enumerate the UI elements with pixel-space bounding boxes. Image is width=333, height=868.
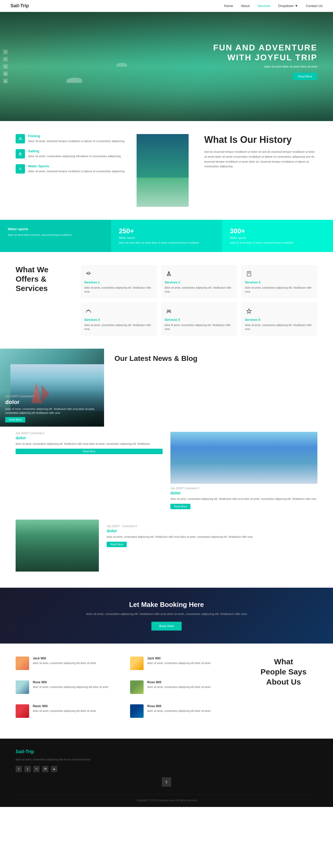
- service-4-desc: dolor sit amet, consectetur adipiscing e…: [84, 323, 153, 331]
- stat-1-label: Water sports: [8, 227, 103, 231]
- booking-desc: dolor sit amet, consectetur adipiscing e…: [16, 612, 317, 617]
- testimonial-5: Ranic Will dolor sit amet, consectetur a…: [16, 704, 125, 718]
- nav-contact[interactable]: Contact Us: [306, 4, 323, 8]
- svg-point-9: [167, 310, 169, 311]
- service-4-name: Services 4: [84, 318, 153, 322]
- history-right: What Is Our History sed do eiusmod tempo…: [196, 134, 317, 169]
- stat-2-desc: dolor sit amet dolor sit amet dolor sit …: [119, 241, 214, 245]
- history-left: Fishing dolor sit amet, eiusmod tempor i…: [16, 134, 129, 179]
- booking-section: Let Make Booking Here dolor sit amet, co…: [0, 588, 333, 644]
- scroll-up-button[interactable]: ⇧: [162, 777, 171, 787]
- avatar-6: [130, 704, 144, 718]
- history-section: Fishing dolor sit amet, eiusmod tempor i…: [0, 121, 333, 220]
- social-instagram[interactable]: ●: [3, 79, 8, 83]
- blog-article-3-cta[interactable]: Read More: [107, 542, 127, 547]
- blog-heading: Our Latest News & Blog: [114, 354, 323, 363]
- stats-section: Water sports dolor sit amet dolor sit am…: [0, 220, 333, 252]
- avatar-2: [130, 656, 144, 670]
- nav-home[interactable]: Home: [224, 4, 233, 8]
- hero-cta-button[interactable]: Read More: [293, 73, 317, 80]
- testimonials-section: Jack Will dolor sit amet, consectetur ad…: [0, 644, 333, 739]
- footer-social-rss[interactable]: ∿: [33, 766, 39, 772]
- footer-social-twitter[interactable]: t: [24, 766, 31, 772]
- testimonial-2: Jack Will dolor sit amet, consectetur ad…: [130, 656, 239, 670]
- service-6-name: Services 6: [245, 318, 314, 322]
- testimonial-3-content: Rose Will dolor sit amet, consectetur ad…: [33, 680, 108, 689]
- blog-article-2: July 2020/7 Comments 5 dolor dolor sit a…: [170, 432, 317, 509]
- social-facebook[interactable]: f: [3, 50, 8, 54]
- social-rss[interactable]: ∿: [3, 64, 8, 69]
- avatar-3: [16, 680, 29, 694]
- service-1-name: Services 1: [84, 281, 153, 284]
- history-image: [137, 134, 189, 207]
- service-2-desc: dolor sit amet, consectetur adipiscing e…: [165, 286, 233, 293]
- service-2-icon: [165, 270, 173, 278]
- footer-social-email[interactable]: ✉: [42, 766, 48, 772]
- service-card-2: Services 2 dolor sit amet, consectetur a…: [161, 265, 237, 298]
- footer-logo: Sail-Trip: [16, 749, 90, 754]
- stat-3-sub: Water sports: [230, 236, 325, 239]
- blog-featured-content: July 2020/7 Comments 5 dolor dolor sit a…: [0, 391, 104, 427]
- testimonial-4: Rose Will dolor sit amet, consectetur ad…: [130, 680, 239, 694]
- service-3-icon: [245, 270, 253, 278]
- footer-content: Sail-Trip dolor sit amet, consectetur ad…: [16, 749, 317, 772]
- blog-article-2-cta[interactable]: Read More: [170, 504, 190, 509]
- testimonial-1: Jack Will dolor sit amet, consectetur ad…: [16, 656, 125, 670]
- blog-article-3: July 2020/7 Comments 5 dolor dolor sit a…: [107, 520, 317, 575]
- service-2-name: Services 2: [165, 281, 233, 284]
- boat-decoration-1: [66, 78, 83, 83]
- nav-services[interactable]: Services: [257, 4, 271, 8]
- testimonial-6-content: Rose Will dolor sit amet, consectetur ad…: [147, 704, 211, 713]
- service-card-4: Services 4 dolor sit amet, consectetur a…: [81, 302, 157, 336]
- service-3-name: Services 3: [245, 281, 314, 284]
- services-heading-block: What We Offers & Services: [16, 265, 73, 293]
- sailing-icon: [16, 149, 25, 158]
- hero-subtitle: dolor sit amet dolor sit amet dolor sit …: [213, 65, 317, 68]
- service-5-name: Services 5: [165, 318, 233, 322]
- svg-point-10: [169, 310, 171, 311]
- avatar-4: [130, 680, 144, 694]
- social-email[interactable]: ✉: [3, 71, 8, 76]
- testimonials-heading: What People Says About Us: [250, 656, 317, 687]
- history-item-watersports: Water Sports dolor sit amet, eiusmod tem…: [16, 164, 129, 174]
- avatar-5: [16, 704, 29, 718]
- nav-logo[interactable]: Sail-Trip: [10, 3, 29, 8]
- service-6-desc: dolor sit amet, consectetur adipiscing e…: [245, 323, 314, 331]
- blog-featured-image: July 2020/7 Comments 5 dolor dolor sit a…: [0, 349, 104, 427]
- booking-cta-button[interactable]: Book Here: [151, 622, 182, 630]
- service-card-6: Services 6 dolor sit amet, consectetur a…: [241, 302, 317, 336]
- history-item-fishing: Fishing dolor sit amet, eiusmod tempor i…: [16, 134, 129, 144]
- footer-social-instagram[interactable]: ●: [51, 766, 57, 772]
- chevron-down-icon: ▼: [295, 4, 298, 8]
- hero-title: FUN AND ADVENTURE WITH JOYFUL TRIP: [213, 42, 317, 63]
- nav-about[interactable]: About: [241, 4, 250, 8]
- testimonials-heading-block: What People Says About Us: [250, 656, 317, 687]
- blog-featured-cta[interactable]: Read More: [5, 417, 25, 423]
- boat-decoration-2: [116, 63, 127, 66]
- stat-2-number: 250+: [119, 227, 214, 235]
- blog-article-1-cta[interactable]: Read More: [16, 449, 163, 454]
- service-6-icon: [245, 307, 253, 315]
- testimonial-6: Rose Will dolor sit amet, consectetur ad…: [130, 704, 239, 718]
- blog-article-1: July 2020/7 Comments 5 dolor dolor sit a…: [16, 432, 163, 509]
- service-5-desc: dolor lit amet, consectetur adipiscing e…: [165, 323, 233, 331]
- testimonial-5-content: Ranic Will dolor sit amet, consectetur a…: [33, 704, 96, 713]
- history-heading: What Is Our History: [204, 134, 317, 145]
- navbar: Sail-Trip Home About Services Dropdown ▼…: [0, 0, 333, 12]
- services-grid: Services 1 dolor sit amet, consectetur a…: [81, 265, 317, 336]
- footer-social: f t ∿ ✉ ●: [16, 766, 90, 772]
- service-1-icon: [84, 270, 93, 278]
- blog-article-3-row: July 2020/7 Comments 5 dolor dolor sit a…: [0, 520, 333, 588]
- service-1-desc: dolor sit amet, consectetur adipiscing e…: [84, 286, 153, 293]
- services-section: What We Offers & Services Services 1 dol…: [0, 252, 333, 349]
- footer-scroll-up: ⇧: [16, 777, 317, 787]
- footer-social-facebook[interactable]: f: [16, 766, 22, 772]
- service-card-5: Services 5 dolor lit amet, consectetur a…: [161, 302, 237, 336]
- social-twitter[interactable]: t: [3, 57, 8, 62]
- stat-2-sub: Water sports: [119, 236, 214, 239]
- nav-dropdown[interactable]: Dropdown ▼: [278, 4, 298, 8]
- footer-brand-col: Sail-Trip dolor sit amet, consectetur ad…: [16, 749, 90, 772]
- fishing-icon: [16, 134, 25, 144]
- hero-content: FUN AND ADVENTURE WITH JOYFUL TRIP dolor…: [213, 42, 333, 91]
- service-4-icon: [84, 307, 93, 315]
